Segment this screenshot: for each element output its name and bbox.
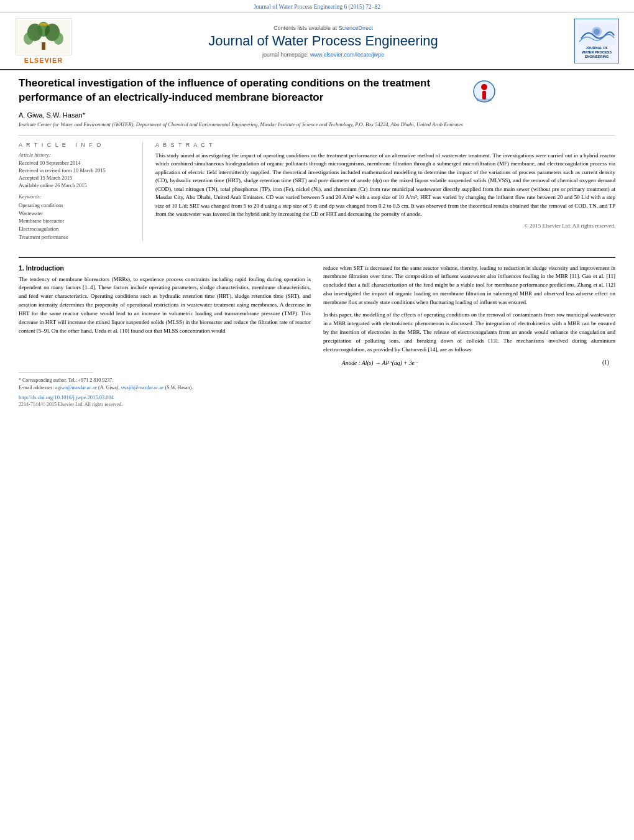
- svg-text:CrossMark: CrossMark: [477, 98, 492, 101]
- svg-point-12: [481, 84, 487, 90]
- authors-text: A. Giwa, S.W. Hasan*: [19, 111, 85, 119]
- rights-text: 2214-7144/© 2015 Elsevier Ltd. All right…: [19, 402, 615, 407]
- keyword-3: Membrane bioreactor: [19, 217, 133, 225]
- badge-text: JOURNAL OFWATER PROCESSENGINEERING: [582, 46, 612, 59]
- sciencedirect-link[interactable]: ScienceDirect: [339, 25, 374, 31]
- equation-1-number: (1): [602, 359, 609, 366]
- abstract-column: A B S T R A C T This study aimed at inve…: [155, 142, 615, 241]
- footnote-star-text: * Corresponding author. Tel.: +971 2 810…: [19, 377, 615, 384]
- elsevier-logo-image: [16, 18, 71, 55]
- journal-title-section: Contents lists available at ScienceDirec…: [81, 25, 566, 58]
- affiliation-text: Institute Center for Water and Environme…: [19, 121, 615, 129]
- article-content: Theoretical investigation of the influen…: [0, 70, 634, 247]
- elsevier-logo: ELSEVIER: [12, 18, 75, 64]
- equation-1-area: Anode : Al(s) → Al³⁺(aq) + 3e⁻ (1): [342, 359, 615, 366]
- svg-point-5: [24, 32, 34, 45]
- journal-main-title: Journal of Water Process Engineering: [81, 33, 566, 49]
- homepage-url[interactable]: www.elsevier.com/locate/jwpe: [310, 52, 384, 58]
- intro-para-1: The tendency of membrane bioreactors (MB…: [19, 275, 311, 336]
- keywords-label: Keywords:: [19, 193, 133, 200]
- contents-line: Contents lists available at ScienceDirec…: [81, 25, 566, 31]
- body-right-column: reduce when SRT is decreased for the sam…: [323, 264, 615, 366]
- svg-point-6: [53, 32, 63, 45]
- email-2-name: (S.W. Hasan).: [165, 385, 193, 390]
- doi-link[interactable]: http://dx.doi.org/10.1016/j.jwpe.2015.03…: [19, 394, 615, 400]
- article-history-label: Article history:: [19, 152, 133, 158]
- journal-reference-bar: Journal of Water Process Engineering 6 (…: [0, 0, 634, 13]
- journal-reference-text: Journal of Water Process Engineering 6 (…: [254, 4, 380, 10]
- crossmark-icon: CrossMark: [472, 80, 496, 103]
- elsevier-tree-icon: [16, 20, 71, 54]
- svg-rect-4: [42, 42, 45, 50]
- abstract-text: This study aimed at investigating the im…: [155, 152, 615, 219]
- two-column-section: A R T I C L E I N F O Article history: R…: [19, 135, 615, 241]
- email-2-link[interactable]: swajih@masdar.ac.ae: [121, 385, 163, 390]
- journal-badge: JOURNAL OFWATER PROCESSENGINEERING: [572, 19, 622, 63]
- journal-homepage: journal homepage: www.elsevier.com/locat…: [81, 52, 566, 58]
- article-title: Theoretical investigation of the influen…: [19, 76, 466, 105]
- keyword-4: Electrocoagulation: [19, 225, 133, 233]
- abstract-heading: A B S T R A C T: [155, 142, 615, 148]
- available-date: Available online 26 March 2015: [19, 182, 133, 188]
- footnote-divider: [19, 372, 93, 373]
- received-date: Received 10 September 2014: [19, 160, 133, 166]
- svg-point-10: [594, 29, 600, 35]
- intro-section-title: 1. Introduction: [19, 264, 311, 272]
- footnote-email-line: E-mail addresses: agiwa@masdar.ac.ae (A.…: [19, 384, 615, 392]
- copyright-text: © 2015 Elsevier Ltd. All rights reserved…: [155, 223, 615, 229]
- crossmark-badge: CrossMark: [472, 76, 496, 104]
- email-label: E-mail addresses:: [19, 385, 54, 390]
- intro-para-2: reduce when SRT is decreased for the sam…: [323, 264, 615, 308]
- journal-badge-box: JOURNAL OFWATER PROCESSENGINEERING: [574, 19, 619, 63]
- journal-badge-wave-icon: [578, 23, 615, 45]
- authors-line: A. Giwa, S.W. Hasan*: [19, 111, 615, 119]
- body-left-column: 1. Introduction The tendency of membrane…: [19, 264, 311, 366]
- keyword-1: Operating conditions: [19, 201, 133, 210]
- equation-1-text: Anode : Al(s) → Al³⁺(aq) + 3e⁻: [342, 359, 602, 366]
- article-info-column: A R T I C L E I N F O Article history: R…: [19, 142, 143, 241]
- intro-para-3: In this paper, the modelling of the effe…: [323, 311, 615, 354]
- journal-header: ELSEVIER Contents lists available at Sci…: [0, 13, 634, 70]
- email-1-name: (A. Giwa),: [98, 385, 119, 390]
- title-row: Theoretical investigation of the influen…: [19, 76, 615, 111]
- email-1-link[interactable]: agiwa@masdar.ac.ae: [55, 385, 97, 390]
- article-info-heading: A R T I C L E I N F O: [19, 142, 133, 148]
- accepted-date: Accepted 15 March 2015: [19, 175, 133, 181]
- footer-section: * Corresponding author. Tel.: +971 2 810…: [0, 366, 634, 410]
- homepage-label: journal homepage:: [262, 52, 309, 58]
- elsevier-label: ELSEVIER: [24, 57, 63, 64]
- page: Journal of Water Process Engineering 6 (…: [0, 0, 634, 840]
- keyword-5: Treatment performance: [19, 233, 133, 241]
- keyword-2: Wastewater: [19, 210, 133, 218]
- body-divider: [19, 257, 615, 258]
- body-content: 1. Introduction The tendency of membrane…: [0, 264, 634, 366]
- received-revised-date: Received in revised form 10 March 2015: [19, 167, 133, 173]
- contents-label: Contents lists available at: [273, 25, 337, 31]
